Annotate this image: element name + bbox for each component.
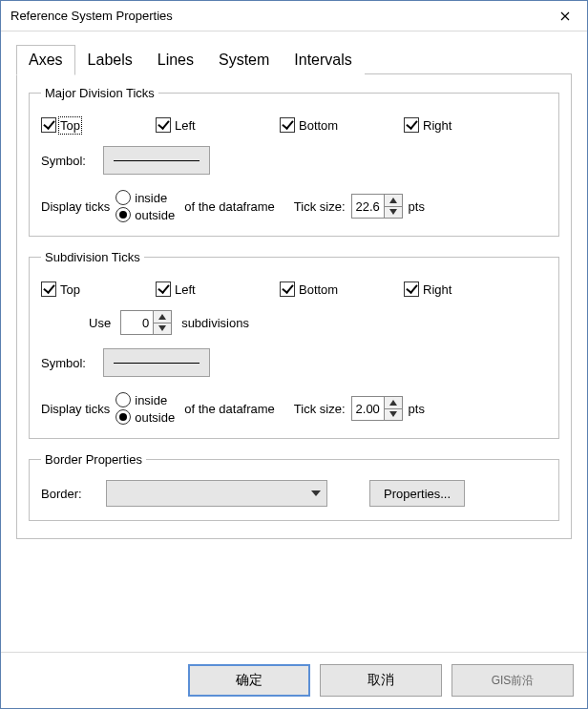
check-sub-bottom[interactable] [280, 282, 295, 297]
line-preview-icon [114, 160, 200, 161]
check-sub-left[interactable] [156, 282, 171, 297]
radio-major-inside[interactable] [116, 190, 131, 205]
label-sub-left: Left [175, 282, 196, 297]
value-sub-tick-size[interactable]: 2.00 [352, 397, 385, 420]
check-major-left[interactable] [156, 117, 171, 133]
tabpanel-axes: Major Division Ticks Top Left Bottom [16, 73, 572, 539]
major-symbol-preview[interactable] [103, 146, 210, 175]
cancel-button[interactable]: 取消 [320, 664, 442, 697]
label-sub-inside: inside [135, 393, 167, 407]
check-major-right[interactable] [404, 117, 419, 133]
label-major-inside: inside [135, 191, 167, 205]
label-major-tick-size: Tick size: [294, 199, 346, 214]
spin-down[interactable] [385, 409, 402, 421]
spinner-major-tick-size[interactable]: 22.6 [351, 194, 403, 219]
label-sub-top: Top [60, 282, 80, 297]
value-subdivisions[interactable]: 0 [121, 311, 154, 334]
radio-major-outside[interactable] [116, 207, 131, 222]
spin-up[interactable] [385, 195, 402, 207]
label-sub-pts: pts [409, 402, 425, 416]
label-sub-outside: outside [135, 410, 175, 425]
apply-button[interactable]: GIS前沿 [452, 664, 574, 697]
label-major-outside: outside [135, 208, 175, 222]
line-preview-icon [114, 363, 200, 364]
legend-border: Border Properties [41, 452, 146, 467]
tab-intervals[interactable]: Intervals [282, 45, 364, 74]
tab-system[interactable]: System [206, 45, 282, 74]
check-sub-top[interactable] [41, 282, 56, 297]
dialog-footer: 确定 取消 GIS前沿 [1, 652, 587, 708]
group-subdivision-ticks: Subdivision Ticks Top Left Bottom [29, 250, 559, 439]
check-major-bottom[interactable] [280, 117, 295, 133]
label-sub-symbol: Symbol: [41, 356, 86, 370]
label-sub-bottom: Bottom [299, 282, 338, 297]
spinner-sub-tick-size[interactable]: 2.00 [351, 396, 403, 421]
close-button[interactable] [543, 1, 587, 31]
group-major-ticks: Major Division Ticks Top Left Bottom [29, 86, 559, 237]
label-subdivisions: subdivisions [181, 316, 249, 330]
label-sub-display-ticks: Display ticks [41, 402, 110, 416]
label-major-bottom: Bottom [299, 118, 338, 133]
label-border: Border: [41, 487, 94, 501]
label-major-pts: pts [409, 199, 425, 214]
label-major-of-frame: of the dataframe [184, 199, 275, 214]
window-title: Reference System Properties [10, 9, 543, 23]
spinner-subdivisions[interactable]: 0 [120, 310, 172, 335]
titlebar: Reference System Properties [1, 1, 587, 31]
legend-sub: Subdivision Ticks [41, 250, 144, 264]
label-sub-tick-size: Tick size: [294, 402, 346, 416]
label-sub-use: Use [89, 316, 111, 330]
label-major-left: Left [175, 118, 196, 133]
label-sub-of-frame: of the dataframe [184, 402, 275, 416]
group-border-properties: Border Properties Border: Properties... [29, 452, 559, 521]
check-sub-right[interactable] [404, 282, 419, 297]
label-major-right: Right [423, 118, 452, 133]
legend-major: Major Division Ticks [41, 86, 158, 100]
ok-button[interactable]: 确定 [188, 664, 310, 697]
label-sub-right: Right [423, 282, 452, 297]
tab-axes[interactable]: Axes [16, 45, 75, 75]
sub-symbol-preview[interactable] [103, 348, 210, 377]
spin-up[interactable] [385, 397, 402, 409]
radio-sub-outside[interactable] [116, 409, 131, 425]
radio-sub-inside[interactable] [116, 392, 131, 407]
border-properties-button[interactable]: Properties... [369, 480, 465, 507]
spin-down[interactable] [385, 207, 402, 219]
close-icon [560, 11, 570, 21]
label-major-display-ticks: Display ticks [41, 199, 110, 214]
check-major-top[interactable] [41, 117, 56, 133]
tab-lines[interactable]: Lines [145, 45, 206, 74]
label-major-symbol: Symbol: [41, 154, 86, 168]
tab-labels[interactable]: Labels [75, 45, 145, 74]
dialog-window: Reference System Properties Axes Labels … [0, 0, 588, 709]
combo-border[interactable] [106, 480, 327, 507]
chevron-down-icon [311, 490, 321, 496]
spin-down[interactable] [154, 323, 171, 335]
label-major-top: Top [60, 118, 80, 133]
value-major-tick-size[interactable]: 22.6 [352, 195, 385, 218]
spin-up[interactable] [154, 311, 171, 323]
tabstrip: Axes Labels Lines System Intervals [16, 45, 572, 74]
